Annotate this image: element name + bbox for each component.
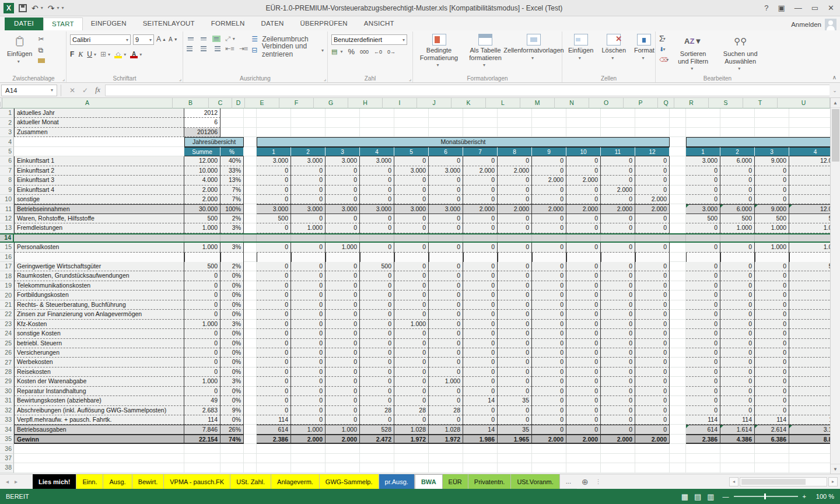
cell-N23[interactable]: 0	[566, 320, 601, 329]
cell-C17[interactable]: 2%	[220, 262, 244, 271]
cell-P25[interactable]: 0	[635, 339, 670, 348]
cell-K16[interactable]	[463, 253, 498, 262]
cell-R10[interactable]: 0	[686, 195, 720, 204]
sheet-tab-anlageverm-[interactable]: Anlageverm.	[271, 474, 320, 489]
cell-F5[interactable]: 2	[291, 147, 326, 156]
cell-H13[interactable]: 0	[360, 223, 394, 233]
sheet-tab-privatentn-[interactable]: Privatentn.	[468, 474, 512, 489]
ribbon-tab-überprüfen[interactable]: ÜBERPRÜFEN	[292, 18, 356, 30]
insert-cells-button[interactable]: Einfügen▾	[566, 33, 596, 73]
undo-button[interactable]: ↶	[32, 4, 38, 12]
cell-S37[interactable]	[720, 454, 755, 463]
cell-I36[interactable]	[394, 444, 429, 453]
cell-M25[interactable]: 0	[532, 339, 566, 348]
cell-J26[interactable]: 0	[429, 348, 463, 358]
cell-Q8[interactable]	[670, 176, 686, 185]
cell-H29[interactable]: 0	[360, 377, 394, 386]
cell-H35[interactable]: 2.472	[360, 435, 394, 444]
row-header-12[interactable]: 12	[0, 214, 14, 223]
cell-U17[interactable]: 500	[789, 262, 830, 271]
cell-T5[interactable]: 3	[755, 147, 789, 156]
cell-G8[interactable]: 0	[326, 176, 360, 185]
cell-J15[interactable]: 0	[429, 243, 463, 252]
cell-E34[interactable]: 614	[257, 425, 291, 434]
cell-T33[interactable]: 114	[755, 415, 789, 425]
cell-K35[interactable]: 1.986	[463, 435, 498, 444]
cell-B25[interactable]: 0	[184, 339, 220, 348]
cell-P22[interactable]: 0	[635, 310, 670, 319]
cell-M35[interactable]: 2.000	[532, 435, 566, 444]
row-header-20[interactable]: 20	[0, 290, 14, 300]
horizontal-scroll-thumb[interactable]	[741, 479, 806, 485]
cell-C26[interactable]: 0%	[220, 348, 244, 358]
cell-C8[interactable]: 13%	[220, 176, 244, 185]
redo-button[interactable]: ↷	[48, 4, 55, 12]
cell-J33[interactable]: 0	[429, 415, 463, 425]
cell-F28[interactable]: 0	[291, 368, 326, 377]
row-header-37[interactable]: 37	[0, 454, 14, 463]
cell-G28[interactable]: 0	[326, 368, 360, 377]
cell-Q2[interactable]	[670, 118, 686, 127]
name-box[interactable]: A14▾	[1, 85, 57, 96]
cell-I12[interactable]: 0	[394, 214, 429, 223]
zoom-in-icon[interactable]: +	[803, 493, 806, 500]
cell-E14[interactable]	[257, 235, 291, 242]
sheet-tab-gwg-sammelp-[interactable]: GWG-Sammelp.	[320, 474, 379, 489]
cell-T13[interactable]: 1.000	[755, 223, 789, 233]
cell-N33[interactable]: 0	[566, 415, 601, 425]
cell-C15[interactable]: 3%	[220, 243, 244, 252]
cell-A24[interactable]: sonstige Kosten	[14, 329, 184, 338]
cell-S31[interactable]: 0	[720, 396, 755, 405]
cell-I5[interactable]: 5	[394, 147, 429, 156]
cell-E1[interactable]	[257, 108, 291, 118]
sheet-nav-right-icon[interactable]: ▸	[15, 478, 18, 485]
redo-dropdown-icon[interactable]: ▾	[57, 5, 59, 10]
column-header-B[interactable]: B	[173, 98, 209, 108]
cell-A20[interactable]: Fortbildungskosten	[14, 290, 184, 300]
cell-K8[interactable]: 0	[463, 176, 498, 185]
cell-Q18[interactable]	[670, 271, 686, 281]
name-box-dropdown-icon[interactable]: ▾	[51, 88, 53, 93]
cell-O34[interactable]: 0	[601, 425, 635, 434]
cell-K36[interactable]	[463, 444, 498, 453]
increase-indent-icon[interactable]: ⇥≡	[239, 45, 249, 52]
cell-D6[interactable]	[244, 156, 257, 166]
cell-T6[interactable]: 9.000	[755, 156, 789, 166]
cell-A14-active[interactable]	[14, 235, 184, 242]
cell-Q32[interactable]	[670, 406, 686, 415]
bold-button[interactable]: F	[70, 50, 74, 58]
cell-U22[interactable]: 0	[789, 310, 830, 319]
cell-D25[interactable]	[244, 339, 257, 348]
cell-O11[interactable]: 2.000	[601, 204, 635, 214]
cell-G7[interactable]: 0	[326, 166, 360, 176]
cell-A9[interactable]: Einkunftsart 4	[14, 186, 184, 195]
cell-J31[interactable]: 0	[429, 396, 463, 405]
cell-H20[interactable]: 0	[360, 290, 394, 300]
cell-R37[interactable]	[686, 454, 720, 463]
cell-N10[interactable]: 0	[566, 195, 601, 204]
cell-B24[interactable]: 0	[184, 329, 220, 338]
undo-dropdown-icon[interactable]: ▾	[41, 5, 43, 10]
cell-A3[interactable]: Zusammen	[14, 128, 184, 137]
cell-P3[interactable]	[635, 128, 670, 137]
cell-C29[interactable]: 3%	[220, 377, 244, 386]
align-bottom-icon[interactable]	[212, 36, 220, 42]
ribbon-tab-einfügen[interactable]: EINFÜGEN	[83, 18, 135, 30]
cell-P27[interactable]: 0	[635, 358, 670, 367]
cell-G17[interactable]: 0	[326, 262, 360, 271]
cell-C20[interactable]: 0%	[220, 290, 244, 300]
cell-H11[interactable]: 3.000	[360, 204, 394, 214]
cell-R15[interactable]: 0	[686, 243, 720, 252]
cell-G11[interactable]: 3.000	[326, 204, 360, 214]
cell-U24[interactable]: 0	[789, 329, 830, 338]
cell-B19[interactable]: 0	[184, 281, 220, 290]
cell-B11[interactable]: 30.000	[184, 204, 220, 214]
cell-E37[interactable]	[257, 454, 291, 463]
row-header-35[interactable]: 35	[0, 435, 14, 444]
cell-Q5[interactable]	[670, 147, 686, 156]
cell-N28[interactable]: 0	[566, 368, 601, 377]
cell-O37[interactable]	[601, 454, 635, 463]
cell-F29[interactable]: 0	[291, 377, 326, 386]
cell-D32[interactable]	[244, 406, 257, 415]
cell-A15[interactable]: Personalkosten	[14, 243, 184, 252]
